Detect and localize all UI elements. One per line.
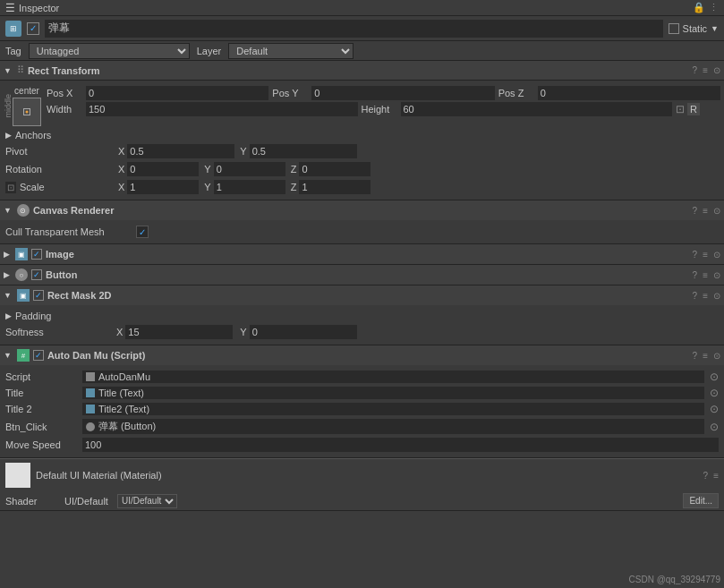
title2-ref-value: Title2 (Text) — [98, 404, 149, 414]
softness-label: Softness — [5, 327, 113, 337]
script-target-icon[interactable]: ⊙ — [710, 371, 719, 383]
cull-checkbox[interactable]: ✓ — [136, 226, 149, 238]
rect-mask-triangle[interactable]: ▼ — [4, 291, 12, 300]
softness-x-label: X — [116, 327, 123, 337]
rm-lock-icon[interactable]: ⊙ — [713, 291, 720, 301]
cr-lock-icon[interactable]: ⊙ — [713, 206, 720, 216]
canvas-renderer-header: ▼ ⊙ Canvas Renderer ? ≡ ⊙ — [0, 200, 724, 220]
title2-field-label: Title 2 — [5, 404, 77, 414]
center-label: center — [14, 86, 39, 96]
pos-x-label: Pos X — [47, 88, 84, 98]
pos-z-group: Pos Z — [498, 86, 720, 100]
move-speed-input[interactable] — [82, 438, 719, 452]
button-triangle[interactable]: ▶ — [4, 270, 10, 279]
scale-x-group: X — [118, 180, 199, 194]
auto-dan-mu-header: ▼ # ✓ Auto Dan Mu (Script) ? ≡ ⊙ — [0, 345, 724, 365]
object-active-checkbox[interactable]: ✓ — [27, 22, 39, 35]
rt-lock-icon[interactable]: ⊙ — [713, 65, 720, 75]
padding-label: Padding — [15, 311, 51, 321]
r-button[interactable]: R — [687, 103, 700, 115]
script-field-label: Script — [5, 371, 77, 382]
pivot-y-input[interactable] — [250, 144, 357, 158]
btn-help-icon[interactable]: ? — [693, 270, 698, 280]
anchors-triangle[interactable]: ▶ — [5, 131, 12, 140]
pos-y-group: Pos Y — [272, 86, 494, 100]
adm-help-icon[interactable]: ? — [693, 351, 698, 361]
pos-y-input[interactable] — [311, 86, 494, 100]
img-help-icon[interactable]: ? — [693, 250, 698, 260]
rm-menu-icon[interactable]: ≡ — [703, 291, 708, 301]
title-target-icon[interactable]: ⊙ — [710, 387, 719, 399]
scale-z-input[interactable] — [299, 180, 371, 194]
padding-triangle[interactable]: ▶ — [5, 311, 12, 320]
rm-help-icon[interactable]: ? — [693, 291, 698, 301]
scale-z-label: Z — [291, 182, 297, 192]
pos-z-input[interactable] — [538, 86, 720, 100]
layer-select[interactable]: Default — [228, 43, 353, 59]
static-row: Static ▼ — [669, 23, 719, 34]
blueprint-icon[interactable]: ⊡ — [676, 103, 685, 115]
softness-x-input[interactable] — [125, 325, 233, 339]
adm-lock-icon[interactable]: ⊙ — [713, 351, 720, 361]
button-section: ▶ ○ ✓ Button ? ≡ ⊙ — [0, 265, 724, 285]
script-ref: AutoDanMu — [82, 371, 704, 383]
canvas-renderer-triangle[interactable]: ▼ — [4, 206, 12, 215]
scale-x-input[interactable] — [127, 180, 199, 194]
object-name-input[interactable] — [45, 20, 663, 38]
cr-menu-icon[interactable]: ≡ — [703, 206, 708, 216]
btn-click-row: Btn_Click 弹幕 (Button) ⊙ — [0, 417, 724, 436]
btn-lock-icon[interactable]: ⊙ — [713, 270, 720, 280]
auto-dan-mu-triangle[interactable]: ▼ — [4, 351, 12, 360]
image-section: ▶ ▣ ✓ Image ? ≡ ⊙ — [0, 244, 724, 265]
pos-x-input[interactable] — [86, 86, 268, 100]
script-active-checkbox[interactable]: ✓ — [33, 350, 44, 361]
scale-label-group: ⊡ Scale — [5, 182, 113, 193]
static-checkbox[interactable] — [669, 23, 679, 34]
menu-icon[interactable]: ⋮ — [709, 2, 719, 13]
btn-click-target-icon[interactable]: ⊙ — [710, 421, 719, 433]
rt-help-icon[interactable]: ? — [693, 65, 698, 75]
width-input[interactable] — [86, 102, 358, 116]
rect-mask-title: Rect Mask 2D — [47, 290, 112, 301]
cr-help-icon[interactable]: ? — [693, 206, 698, 216]
object-type-icon: ⊞ — [5, 21, 21, 37]
button-active-checkbox[interactable]: ✓ — [31, 269, 42, 280]
rect-mask-active-checkbox[interactable]: ✓ — [33, 290, 44, 301]
pivot-x-input[interactable] — [127, 144, 234, 158]
pos-x-group: Pos X — [47, 86, 268, 100]
inspector-icon: ☰ — [5, 2, 15, 14]
rt-menu-icon[interactable]: ≡ — [703, 65, 708, 75]
mat-help-icon[interactable]: ? — [703, 471, 709, 481]
rect-mask-section: ▼ ▣ ✓ Rect Mask 2D ? ≡ ⊙ ▶ Padding Softn… — [0, 285, 724, 345]
anchor-preset-icon[interactable] — [13, 98, 41, 126]
image-active-checkbox[interactable]: ✓ — [31, 249, 42, 260]
lock-icon[interactable]: 🔒 — [693, 2, 705, 13]
rot-z-input[interactable] — [299, 162, 371, 176]
tag-select[interactable]: Untagged — [29, 43, 190, 59]
img-menu-icon[interactable]: ≡ — [703, 250, 708, 260]
move-speed-label: Move Speed — [5, 439, 77, 450]
shader-dropdown[interactable]: UI/Default — [117, 494, 177, 508]
image-header: ▶ ▣ ✓ Image ? ≡ ⊙ — [0, 244, 724, 264]
static-dropdown-arrow[interactable]: ▼ — [711, 24, 719, 33]
title2-target-icon[interactable]: ⊙ — [710, 403, 719, 415]
edit-button[interactable]: Edit... — [683, 493, 719, 508]
rot-y-label: Y — [204, 164, 210, 175]
shader-row: Shader UI/Default UI/Default Edit... — [0, 491, 724, 510]
img-lock-icon[interactable]: ⊙ — [713, 250, 720, 260]
middle-label: middle — [4, 94, 13, 118]
rot-y-input[interactable] — [214, 162, 285, 176]
softness-y-input[interactable] — [250, 325, 357, 339]
rect-transform-triangle[interactable]: ▼ — [4, 66, 12, 75]
rot-x-input[interactable] — [127, 162, 199, 176]
canvas-renderer-title: Canvas Renderer — [33, 205, 115, 216]
scale-link-icon: ⊡ — [5, 182, 16, 193]
image-triangle[interactable]: ▶ — [4, 250, 10, 259]
height-input[interactable] — [401, 102, 673, 116]
pivot-label: Pivot — [5, 146, 113, 157]
scale-y-input[interactable] — [214, 180, 285, 194]
mat-menu-icon[interactable]: ≡ — [713, 471, 719, 481]
adm-menu-icon[interactable]: ≡ — [703, 351, 708, 361]
btn-menu-icon[interactable]: ≡ — [703, 270, 708, 280]
canvas-renderer-icon: ⊙ — [17, 204, 30, 217]
